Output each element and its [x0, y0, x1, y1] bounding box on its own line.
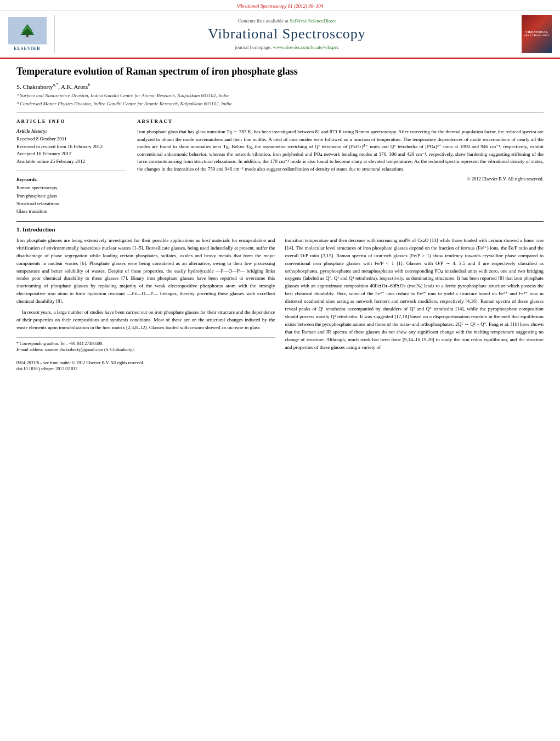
authors-text: S. Chakrabortya,*, A.K. Arorab [16, 83, 90, 90]
journal-header: ELSEVIER Contents lists available at Sci… [0, 10, 560, 59]
abstract-text: Iron phosphate glass that has glass tran… [137, 128, 544, 173]
article-info-column: ARTICLE INFO Article history: Received 8… [16, 118, 126, 216]
homepage-url[interactable]: www.elsevier.com/locate/vibspec [273, 44, 339, 50]
doi-line: doi:10.1016/j.vibspec.2012.02.012 [16, 366, 275, 372]
journal-cover-box: VIBRATIONALSPECTROSCOPY [522, 15, 552, 53]
divider-1 [16, 112, 544, 113]
keywords-label: Keywords: [16, 177, 126, 182]
article-info-abstract-section: ARTICLE INFO Article history: Received 8… [16, 118, 544, 216]
abstract-column: ABSTRACT Iron phosphate glass that has g… [137, 118, 544, 216]
received-date: Received 8 October 2011 [16, 135, 126, 143]
keywords-divider [16, 171, 126, 171]
available-date: Available online 25 February 2012 [16, 158, 126, 166]
footnote-email: E-mail address: soumee.chakraborty@gmail… [16, 347, 275, 353]
keyword-3: Structural relaxations [16, 200, 126, 207]
keywords-list: Raman spectroscopy Iron phosphate glass … [16, 184, 126, 216]
cover-label: VIBRATIONALSPECTROSCOPY [524, 31, 550, 38]
page-wrapper: Vibrational Spectroscopy 61 (2012) 99–10… [0, 0, 560, 741]
footnote-corresponding: * Corresponding author. Tel.: +91 044 27… [16, 341, 275, 347]
journal-cover-section: VIBRATIONALSPECTROSCOPY [519, 15, 555, 53]
revised-date: Received in revised form 16 February 201… [16, 143, 126, 151]
article-title: Temperature evolution of Raman spectrum … [16, 65, 544, 78]
email-link[interactable]: soumee.chakraborty@gmail.com [45, 347, 103, 352]
footnote-section: * Corresponding author. Tel.: +91 044 27… [16, 337, 275, 372]
elsevier-tree-box [8, 17, 47, 44]
journal-name: Vibrational Spectroscopy [208, 26, 365, 42]
body-left-para2: In recent years, a large number of studi… [16, 309, 275, 332]
homepage-label: journal homepage: [235, 44, 271, 50]
copyright-line: © 2012 Elsevier B.V. All rights reserved… [137, 176, 544, 182]
journal-center-info: Contents lists available at SciVerse Sci… [60, 15, 513, 53]
abstract-header: ABSTRACT [137, 118, 544, 124]
email-label: E-mail address: [16, 347, 44, 352]
sciverse-prefix: Contents lists available at [238, 18, 289, 24]
elsevier-tree-icon [17, 23, 38, 38]
section-1-heading: 1. Introduction [16, 226, 544, 233]
article-authors: S. Chakrabortya,*, A.K. Arorab [16, 82, 544, 90]
body-right-para1: transition temperature and then decrease… [285, 237, 544, 352]
sciverse-info: Contents lists available at SciVerse Sci… [238, 18, 336, 24]
keyword-2: Iron phosphate glass [16, 192, 126, 200]
journal-citation-bar: Vibrational Spectroscopy 61 (2012) 99–10… [0, 0, 560, 10]
article-info-header: ARTICLE INFO [16, 118, 126, 124]
elsevier-logo-section: ELSEVIER [5, 15, 55, 53]
journal-homepage: journal homepage: www.elsevier.com/locat… [235, 44, 339, 50]
keyword-1: Raman spectroscopy [16, 184, 126, 191]
issn-line: 0924-2031/$ – see front matter © 2012 El… [16, 360, 275, 366]
email-person: (S. Chakraborty). [104, 347, 135, 352]
accepted-date: Accepted 16 February 2012 [16, 150, 126, 158]
elsevier-text: ELSEVIER [14, 46, 40, 51]
section-divider [16, 221, 544, 222]
journal-citation: Vibrational Spectroscopy 61 (2012) 99–10… [237, 3, 323, 9]
body-two-col: Iron phosphate glasses are being extensi… [16, 237, 544, 373]
body-right-col: transition temperature and then decrease… [285, 237, 544, 373]
keyword-4: Glass transition [16, 207, 126, 215]
article-history-label: Article history: [16, 128, 126, 134]
affiliation-b: ᵇ Condensed Matter Physics Division, Ind… [16, 100, 544, 108]
main-content: Temperature evolution of Raman spectrum … [0, 59, 560, 378]
body-left-para1: Iron phosphate glasses are being extensi… [16, 237, 275, 306]
sciverse-link[interactable]: SciVerse ScienceDirect [290, 18, 336, 24]
affiliation-a: ᵃ Surface and Nanoscience Division, Indi… [16, 92, 544, 99]
body-left-col: Iron phosphate glasses are being extensi… [16, 237, 275, 373]
